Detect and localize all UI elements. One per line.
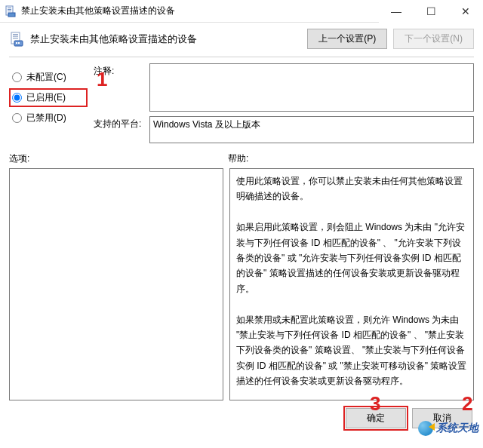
maximize-button[interactable]: ☐ (414, 0, 448, 23)
svg-rect-6 (13, 34, 18, 35)
policy-icon (9, 32, 24, 47)
help-pane[interactable]: 使用此策略设置，你可以禁止安装未由任何其他策略设置明确描述的设备。 如果启用此策… (229, 168, 474, 400)
options-label: 选项: (9, 152, 228, 165)
radio-disabled-label: 已禁用(D) (26, 112, 66, 124)
radio-not-configured-input[interactable] (12, 72, 22, 82)
svg-rect-4 (8, 13, 15, 17)
options-pane[interactable] (9, 168, 223, 400)
titlebar: 禁止安装未由其他策略设置描述的设备 — ☐ ✕ (0, 0, 483, 23)
divider (9, 57, 474, 57)
platform-label: 支持的平台: (94, 116, 146, 130)
app-icon (5, 5, 17, 17)
policy-title: 禁止安装未由其他策略设置描述的设备 (30, 32, 301, 46)
fields-column: 注释: 支持的平台: (94, 63, 474, 143)
radio-not-configured-label: 未配置(C) (26, 71, 66, 84)
window-title: 禁止安装未由其他策略设置描述的设备 (21, 5, 379, 17)
watermark-icon (418, 421, 433, 436)
watermark: 系统天地 (418, 421, 478, 436)
radio-disabled-input[interactable] (12, 113, 22, 123)
svg-rect-2 (8, 9, 11, 10)
header-row: 禁止安装未由其他策略设置描述的设备 上一个设置(P) 下一个设置(N) (0, 23, 483, 54)
radio-enabled[interactable]: 已启用(E) (9, 88, 88, 107)
radio-enabled-input[interactable] (12, 93, 22, 103)
previous-setting-button[interactable]: 上一个设置(P) (307, 29, 387, 49)
radio-enabled-label: 已启用(E) (26, 91, 66, 104)
ok-button[interactable]: 确定 (346, 408, 406, 428)
close-button[interactable]: ✕ (448, 0, 483, 23)
platform-field[interactable] (149, 116, 474, 143)
svg-rect-10 (16, 42, 17, 44)
svg-rect-7 (13, 35, 18, 36)
config-area: 未配置(C) 已启用(E) 已禁用(D) 注释: 支持的平台: (0, 63, 483, 149)
comment-field[interactable] (149, 63, 474, 112)
bottom-row: 确定 取消 应用(A) (0, 400, 483, 428)
help-text: 使用此策略设置，你可以禁止安装未由任何其他策略设置明确描述的设备。 如果启用此策… (236, 176, 466, 386)
radio-column: 未配置(C) 已启用(E) 已禁用(D) (9, 63, 88, 143)
svg-rect-3 (8, 11, 11, 11)
panes: 使用此策略设置，你可以禁止安装未由任何其他策略设置明确描述的设备。 如果启用此策… (0, 168, 483, 400)
svg-rect-11 (18, 42, 20, 44)
svg-rect-1 (8, 8, 11, 8)
comment-label: 注释: (94, 63, 146, 78)
radio-disabled[interactable]: 已禁用(D) (9, 109, 88, 127)
svg-rect-8 (13, 38, 18, 38)
next-setting-button: 下一个设置(N) (393, 29, 474, 49)
radio-not-configured[interactable]: 未配置(C) (9, 68, 88, 87)
minimize-button[interactable]: — (379, 0, 414, 23)
help-label: 帮助: (228, 152, 248, 165)
watermark-text: 系统天地 (436, 422, 478, 435)
labels-row: 选项: 帮助: (0, 149, 483, 168)
